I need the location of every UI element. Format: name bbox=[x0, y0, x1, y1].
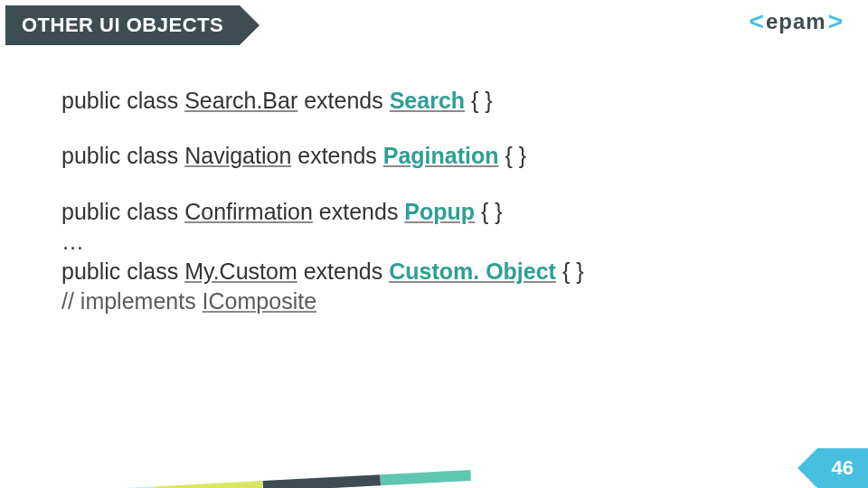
braces: { } bbox=[556, 258, 584, 284]
comment: // implements bbox=[61, 288, 203, 314]
classname: My.Custom bbox=[184, 258, 297, 284]
supertype: Popup bbox=[404, 199, 475, 224]
epam-logo: < epam > bbox=[750, 9, 843, 34]
keyword: extends bbox=[297, 88, 389, 113]
keyword: public class bbox=[61, 88, 184, 113]
slide-content: public class Search.Bar extends Search {… bbox=[61, 87, 584, 318]
braces: { } bbox=[465, 88, 493, 113]
keyword: extends bbox=[291, 143, 382, 168]
supertype: Pagination bbox=[383, 143, 499, 168]
footer-decor bbox=[0, 468, 467, 488]
decor-stripe bbox=[154, 481, 262, 488]
keyword: public class bbox=[61, 199, 184, 224]
title-bar: OTHER UI OBJECTS bbox=[5, 5, 307, 45]
code-line-4: … bbox=[61, 228, 584, 256]
code-line-5: public class My.Custom extends Custom. O… bbox=[61, 258, 584, 286]
keyword: public class bbox=[61, 143, 184, 168]
code-line-1: public class Search.Bar extends Search {… bbox=[61, 87, 584, 115]
slide-title: OTHER UI OBJECTS bbox=[5, 5, 240, 45]
code-line-6: // implements IComposite bbox=[61, 287, 584, 315]
classname: Search.Bar bbox=[184, 88, 297, 113]
braces: { } bbox=[499, 143, 527, 168]
supertype: Search bbox=[390, 88, 465, 113]
title-chevron-dark bbox=[240, 5, 259, 45]
angle-open-icon: < bbox=[750, 9, 764, 34]
keyword: extends bbox=[313, 199, 404, 224]
logo-word: epam bbox=[766, 9, 826, 34]
braces: { } bbox=[475, 199, 503, 224]
interface-name: IComposite bbox=[203, 288, 316, 314]
page-number-badge: 46 bbox=[797, 448, 868, 488]
page-number: 46 bbox=[817, 448, 868, 488]
keyword: extends bbox=[297, 258, 389, 284]
keyword: public class bbox=[61, 258, 184, 284]
classname: Navigation bbox=[184, 143, 291, 168]
classname: Confirmation bbox=[184, 199, 313, 224]
decor-stripe bbox=[262, 474, 380, 488]
page-badge-arrow-icon bbox=[797, 448, 817, 488]
code-line-2: public class Navigation extends Paginati… bbox=[61, 142, 584, 170]
angle-close-icon: > bbox=[828, 9, 843, 34]
supertype: Custom. Object bbox=[389, 258, 556, 284]
code-line-3: public class Confirmation extends Popup … bbox=[61, 198, 584, 226]
decor-stripe bbox=[381, 470, 471, 485]
